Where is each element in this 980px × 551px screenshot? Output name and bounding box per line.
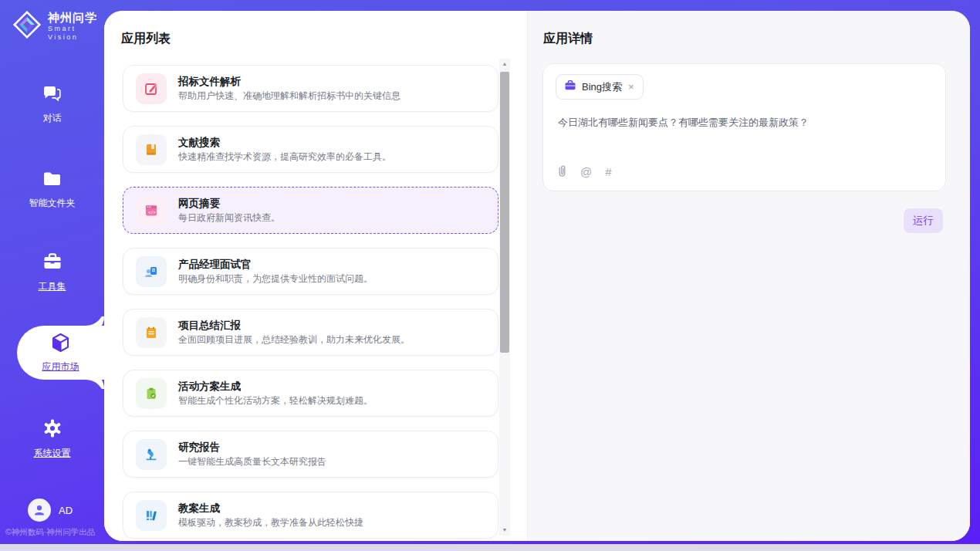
- prompt-input[interactable]: 今日湖北有哪些新闻要点？有哪些需要关注的最新政策？: [558, 115, 928, 130]
- app-list-panel: 应用列表 招标文件解析 帮助用户快速、准确地理解和解析招标书中的关键信息: [104, 11, 527, 541]
- app-card-tender-analysis[interactable]: 招标文件解析 帮助用户快速、准确地理解和解析招标书中的关键信息: [123, 65, 498, 112]
- app-card-literature-search[interactable]: 文献搜索 快速精准查找学术资源，提高研究效率的必备工具。: [123, 126, 498, 173]
- app-card-project-summary[interactable]: 项目总结汇报 全面回顾项目进展，总结经验教训，助力未来优化发展。: [123, 309, 498, 356]
- sidebar-item-settings[interactable]: 系统设置: [0, 418, 104, 460]
- hash-icon[interactable]: #: [605, 166, 611, 178]
- sidebar-item-label: 工具集: [39, 280, 66, 293]
- sidebar-item-chat[interactable]: 对话: [0, 83, 104, 125]
- sidebar-item-smart-folder[interactable]: 智能文件夹: [0, 170, 104, 210]
- app-name: 研究报告: [178, 440, 326, 455]
- sidebar-item-toolset[interactable]: 工具集: [0, 252, 104, 293]
- app-card-lesson-plan[interactable]: 教案生成 模板驱动，教案秒成，教学准备从此轻松快捷: [123, 492, 498, 539]
- app-desc: 快速精准查找学术资源，提高研究效率的必备工具。: [178, 150, 391, 164]
- main-content: 应用列表 招标文件解析 帮助用户快速、准确地理解和解析招标书中的关键信息: [104, 11, 970, 541]
- app-card-pm-interviewer[interactable]: 产品经理面试官 明确身份和职责，为您提供专业性的面试问题。: [123, 248, 498, 295]
- app-desc: 每日政府新闻资讯快查。: [178, 211, 280, 225]
- app-list: 招标文件解析 帮助用户快速、准确地理解和解析招标书中的关键信息 文献搜索 快速精…: [123, 65, 498, 541]
- app-desc: 全面回顾项目进展，总结经验教训，助力未来优化发展。: [178, 333, 410, 346]
- sidebar: 神州问学 Smart Vision 对话 智能文件夹 工具集: [0, 0, 104, 551]
- bottom-edge: [0, 544, 980, 551]
- app-desc: 明确身份和职责，为您提供专业性的面试问题。: [178, 272, 373, 286]
- app-name: 教案生成: [178, 501, 363, 516]
- clipboard-check-icon: [136, 378, 167, 409]
- folder-icon: [42, 170, 63, 191]
- books-icon: [136, 500, 167, 531]
- brand-diamond-icon: [12, 10, 42, 42]
- app-desc: 一键智能生成高质量长文本研究报告: [178, 455, 326, 468]
- prompt-card: Bing搜索 × 今日湖北有哪些新闻要点？有哪些需要关注的最新政策？ @ #: [542, 63, 946, 191]
- app-name: 招标文件解析: [178, 74, 400, 89]
- app-list-scrollbar[interactable]: ▲ ▼: [499, 59, 510, 536]
- app-detail-title: 应用详情: [543, 31, 593, 47]
- app-card-event-plan[interactable]: 活动方案生成 智能生成个性化活动方案，轻松解决规划难题。: [123, 370, 498, 417]
- app-desc: 帮助用户快速、准确地理解和解析招标书中的关键信息: [178, 89, 400, 103]
- app-detail-panel: 应用详情 Bing搜索 × 今日湖北有哪些新闻要点？有哪些需要关注的最新政策？: [527, 11, 970, 541]
- app-list-title: 应用列表: [121, 31, 171, 47]
- briefcase-icon: [564, 79, 576, 94]
- app-name: 文献搜索: [178, 135, 391, 150]
- brand-subtitle: Smart Vision: [48, 25, 104, 42]
- sidebar-item-label: 系统设置: [34, 447, 71, 460]
- scrollbar-thumb[interactable]: [500, 72, 509, 353]
- scroll-up-icon[interactable]: ▲: [499, 59, 510, 69]
- app-name: 项目总结汇报: [178, 318, 410, 333]
- input-toolbar: @ #: [557, 164, 612, 180]
- chat-icon: [42, 83, 63, 106]
- sidebar-item-label: 对话: [43, 112, 62, 125]
- app-card-research-report[interactable]: 研究报告 一键智能生成高质量长文本研究报告: [123, 431, 498, 478]
- sidebar-item-app-market[interactable]: 应用市场: [17, 326, 104, 380]
- svg-text:</>: </>: [148, 210, 157, 215]
- brand-logo: 神州问学 Smart Vision: [12, 10, 104, 42]
- attachment-icon[interactable]: [557, 164, 567, 180]
- scroll-down-icon[interactable]: ▼: [499, 525, 510, 536]
- toolbox-icon: [42, 252, 63, 275]
- tool-chip-label: Bing搜索: [582, 80, 622, 94]
- mention-icon[interactable]: @: [580, 166, 592, 178]
- copyright-text: ©神州数码·神州问学出品: [5, 527, 104, 538]
- web-page-icon: </>: [136, 195, 167, 226]
- avatar: [28, 499, 51, 522]
- app-name: 产品经理面试官: [178, 257, 373, 272]
- app-name: 活动方案生成: [178, 379, 373, 394]
- close-icon[interactable]: ×: [627, 83, 635, 92]
- user-account[interactable]: AD: [28, 499, 73, 522]
- app-name: 网页摘要: [178, 196, 280, 211]
- sidebar-item-label: 智能文件夹: [29, 197, 76, 210]
- app-card-web-summary[interactable]: </> 网页摘要 每日政府新闻资讯快查。: [123, 187, 498, 234]
- tool-chip-bing-search: Bing搜索 ×: [556, 74, 644, 100]
- interviewer-icon: [136, 256, 167, 287]
- app-desc: 智能生成个性化活动方案，轻松解决规划难题。: [178, 394, 373, 407]
- microscope-icon: [136, 439, 167, 470]
- book-icon: [136, 134, 167, 165]
- notepad-icon: [136, 317, 167, 348]
- edit-document-icon: [136, 73, 167, 104]
- sidebar-item-label: 应用市场: [42, 360, 79, 374]
- cube-icon: [50, 332, 71, 357]
- run-button[interactable]: 运行: [904, 208, 943, 233]
- gear-icon: [42, 418, 63, 441]
- app-desc: 模板驱动，教案秒成，教学准备从此轻松快捷: [178, 516, 363, 529]
- brand-name: 神州问学: [48, 11, 104, 25]
- user-name: AD: [59, 505, 73, 516]
